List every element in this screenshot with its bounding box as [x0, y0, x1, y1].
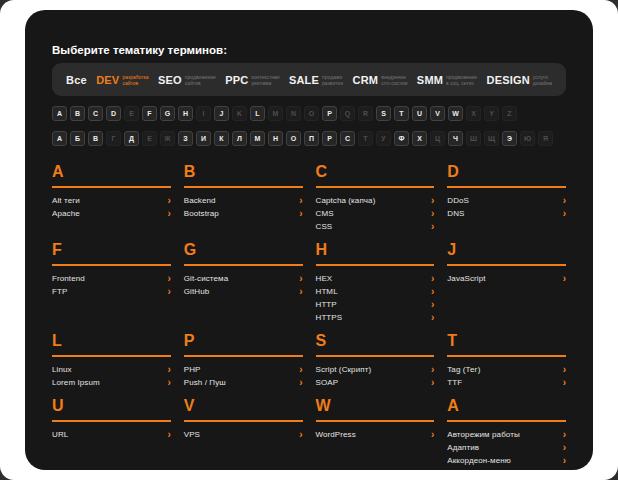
tab-subtitle: продажиразвитие [322, 74, 343, 86]
letter-cyr-о[interactable]: О [286, 131, 301, 146]
tab-design[interactable]: DESIGN услугидизайна [486, 74, 552, 86]
term-link[interactable]: CSS › [316, 220, 435, 233]
term-link[interactable]: HTML › [316, 285, 435, 298]
chevron-right-icon: › [563, 209, 566, 219]
letter-lat-b[interactable]: B [70, 106, 85, 121]
term-link[interactable]: Backend › [184, 194, 303, 207]
term-link[interactable]: Git-система › [184, 272, 303, 285]
term-section-g: G Git-система › GitHub › [184, 241, 303, 298]
letter-lat-w[interactable]: W [448, 106, 463, 121]
tab-subtitle-line: сайтов [122, 80, 138, 86]
term-list: Script (Скрипт) › SOAP › [316, 363, 435, 389]
tab-dev[interactable]: DEV разработкасайтов [96, 74, 148, 86]
letter-lat-t[interactable]: T [394, 106, 409, 121]
chevron-right-icon: › [299, 274, 302, 284]
letter-lat-s[interactable]: S [376, 106, 391, 121]
section-letter: A [52, 163, 171, 188]
topic-tabbar: Все DEV разработкасайтов SEO продвижение… [52, 63, 566, 96]
term-link[interactable]: Адаптив › [447, 441, 566, 454]
term-label: Alt теги [52, 196, 80, 205]
term-label: Авторежим работы [447, 430, 520, 439]
term-link[interactable]: Linux › [52, 363, 171, 376]
letter-lat-h[interactable]: H [178, 106, 193, 121]
letter-cyr-д[interactable]: Д [124, 131, 139, 146]
letter-cyr-с[interactable]: С [340, 131, 355, 146]
term-link[interactable]: DDoS › [447, 194, 566, 207]
chevron-right-icon: › [431, 365, 434, 375]
term-link[interactable]: DNS › [447, 207, 566, 220]
letter-lat-g[interactable]: G [160, 106, 175, 121]
letter-lat-v[interactable]: V [430, 106, 445, 121]
term-link[interactable]: GitHub › [184, 285, 303, 298]
term-label: Tag (Тег) [447, 365, 480, 374]
letter-cyr-л[interactable]: Л [232, 131, 247, 146]
letter-cyr-р[interactable]: Р [322, 131, 337, 146]
letter-cyr-а[interactable]: А [52, 131, 67, 146]
letter-lat-x: X [466, 106, 481, 121]
letter-cyr-н[interactable]: Н [268, 131, 283, 146]
section-letter: U [52, 397, 171, 422]
term-link[interactable]: FTP › [52, 285, 171, 298]
letter-cyr-ф[interactable]: Ф [394, 131, 409, 146]
term-link[interactable]: Apache › [52, 207, 171, 220]
term-label: Apache [52, 209, 80, 218]
chevron-right-icon: › [167, 196, 170, 206]
term-link[interactable]: TTF › [447, 376, 566, 389]
letter-cyr-и[interactable]: И [196, 131, 211, 146]
letter-cyr-к[interactable]: К [214, 131, 229, 146]
term-link[interactable]: Alt теги › [52, 194, 171, 207]
letter-cyr-ц: Ц [430, 131, 445, 146]
tab-smm[interactable]: SMM продвижениев соц. сетях [417, 74, 477, 86]
term-list: Linux › Lorem Ipsum › [52, 363, 171, 389]
letter-cyr-э[interactable]: Э [502, 131, 517, 146]
term-link[interactable]: WordPress › [316, 428, 435, 441]
term-link[interactable]: HEX › [316, 272, 435, 285]
term-link[interactable]: Push / Пуш › [184, 376, 303, 389]
term-link[interactable]: Bootstrap › [184, 207, 303, 220]
term-section-v: V VPS › [184, 397, 303, 441]
term-link[interactable]: Frontend › [52, 272, 171, 285]
alphabet-row-latin: ABCDEFGHIJKLMNOPQRSTUVWXYZ [52, 106, 566, 121]
letter-lat-l[interactable]: L [250, 106, 265, 121]
term-section-s: S Script (Скрипт) › SOAP › [316, 332, 435, 389]
chevron-right-icon: › [431, 287, 434, 297]
tab-seo[interactable]: SEO продвижениесайтов [158, 74, 216, 86]
letter-cyr-ч[interactable]: Ч [448, 131, 463, 146]
tab-crm[interactable]: CRM внедрениеcrm-систем [353, 74, 408, 86]
letter-cyr-м[interactable]: М [250, 131, 265, 146]
letter-cyr-б[interactable]: Б [70, 131, 85, 146]
letter-lat-c[interactable]: C [88, 106, 103, 121]
term-link[interactable]: Lorem Ipsum › [52, 376, 171, 389]
letter-lat-j[interactable]: J [214, 106, 229, 121]
term-link[interactable]: VPS › [184, 428, 303, 441]
tab-ppc[interactable]: PPC контекстнаяреклама [225, 74, 279, 86]
letter-cyr-в[interactable]: В [88, 131, 103, 146]
letter-lat-u[interactable]: U [412, 106, 427, 121]
term-link[interactable]: Captcha (капча) › [316, 194, 435, 207]
letter-cyr-п[interactable]: П [304, 131, 319, 146]
term-link[interactable]: Script (Скрипт) › [316, 363, 435, 376]
chevron-right-icon: › [299, 378, 302, 388]
letter-lat-a[interactable]: A [52, 106, 67, 121]
letter-lat-d[interactable]: D [106, 106, 121, 121]
chevron-right-icon: › [563, 456, 566, 466]
tab-все[interactable]: Все [66, 74, 87, 86]
term-link[interactable]: URL › [52, 428, 171, 441]
term-link[interactable]: CMS › [316, 207, 435, 220]
letter-lat-p[interactable]: P [322, 106, 337, 121]
term-label: TTF [447, 378, 462, 387]
letter-lat-f[interactable]: F [142, 106, 157, 121]
app-window: Выберите тематику терминов: Все DEV разр… [0, 0, 618, 480]
term-link[interactable]: Tag (Тег) › [447, 363, 566, 376]
term-link[interactable]: HTTPS › [316, 311, 435, 324]
tab-sale[interactable]: SALE продажиразвитие [289, 74, 343, 86]
term-link[interactable]: SOAP › [316, 376, 435, 389]
term-link[interactable]: HTTP › [316, 298, 435, 311]
term-link[interactable]: PHP › [184, 363, 303, 376]
term-link[interactable]: Аккордеон-меню › [447, 454, 566, 467]
letter-cyr-з[interactable]: З [178, 131, 193, 146]
letter-cyr-х[interactable]: Х [412, 131, 427, 146]
term-link[interactable]: JavaScript › [447, 272, 566, 285]
letter-lat-i: I [196, 106, 211, 121]
term-link[interactable]: Авторежим работы › [447, 428, 566, 441]
